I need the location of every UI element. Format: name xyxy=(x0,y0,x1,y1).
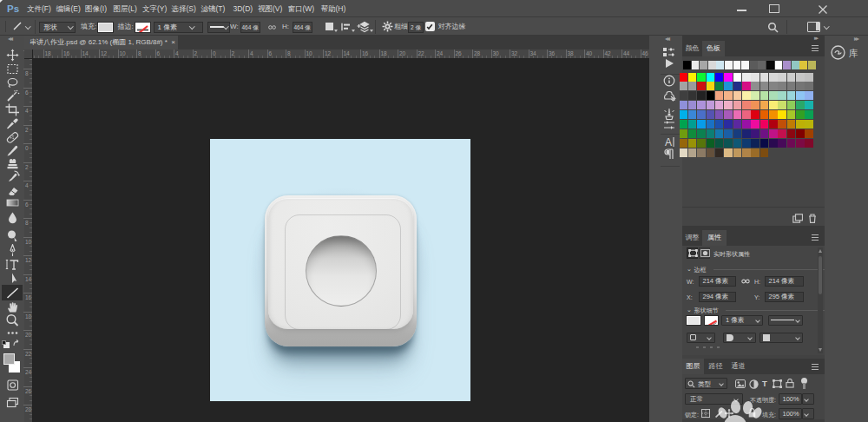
svg-text:A: A xyxy=(665,136,672,148)
